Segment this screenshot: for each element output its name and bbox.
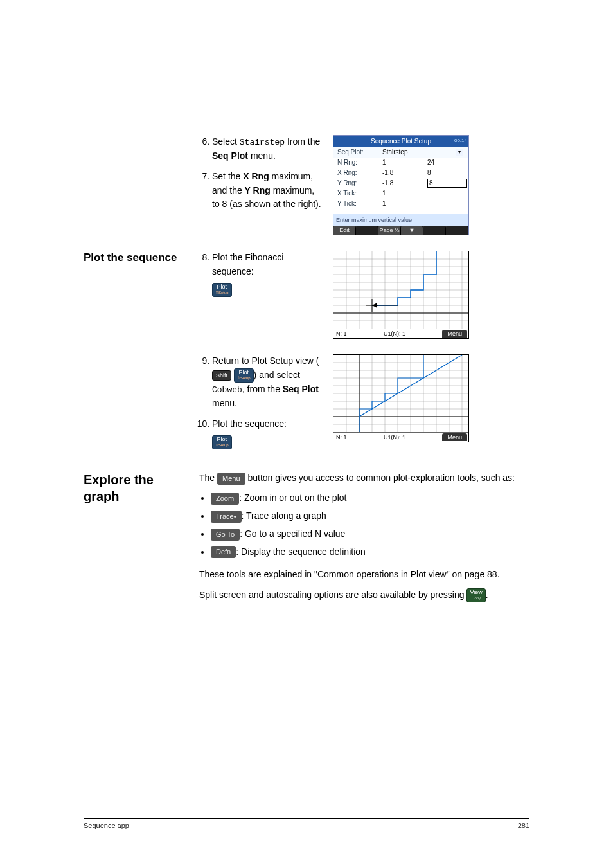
plot-key-sub-2: ⇧Setup <box>237 375 251 381</box>
footer-app: Sequence app <box>84 822 129 829</box>
step9-mid2: , from the <box>242 384 283 394</box>
svg-marker-23 <box>372 303 377 308</box>
plot-key-icon-3: Plot ⇧Setup <box>212 435 232 449</box>
stairstep-plot: N: 1 U1(N): 1 Menu <box>321 251 529 339</box>
view-key-icon: ViewCopy <box>466 588 485 602</box>
plot-key-icon-2: Plot⇧Setup <box>234 368 254 383</box>
ytick-label: Y Tick: <box>337 199 382 208</box>
side-plot-sequence: Plot the sequence <box>84 251 199 265</box>
soft-empty2 <box>423 226 446 235</box>
soft-arrow[interactable]: ▼ <box>401 226 423 235</box>
plot-setup-title-text: Sequence Plot Setup <box>371 138 431 145</box>
tool-defn: Defn: Display the sequence definition <box>211 545 529 559</box>
trace-desc: : Trace along a graph <box>242 511 326 521</box>
step7-b2: Y Rng <box>245 185 271 195</box>
plot-key-top: Plot <box>217 284 227 290</box>
yrng-v1: -1.8 <box>382 179 427 188</box>
zoom-desc: : Zoom in or out on the plot <box>239 493 346 503</box>
cobweb-svg <box>333 355 468 432</box>
ytick-v: 1 <box>382 199 427 208</box>
tool-list: Zoom: Zoom in or out on the plot Trace•:… <box>211 491 529 559</box>
goto-button-icon: Go To <box>211 529 240 541</box>
step-8: Plot the Fibonacci sequence: Plot ⇧Setup <box>212 251 321 297</box>
cobweb-menu[interactable]: Menu <box>442 433 467 441</box>
seqplot-value: Stairstep <box>382 148 427 157</box>
view-key-sub: Copy <box>472 595 481 601</box>
row-xtick: X Tick: 1 <box>333 188 468 199</box>
view-key-top: View <box>470 590 482 595</box>
step6-mid: from the <box>285 136 320 147</box>
stairstep-status: N: 1 U1(N): 1 Menu <box>333 329 468 338</box>
soft-empty3 <box>446 226 468 235</box>
step6-bold: Seq Plot <box>212 150 248 161</box>
step-6: Select Stairstep from the Seq Plot menu. <box>212 135 321 163</box>
yrng-max-input[interactable]: 8 <box>427 179 467 188</box>
row-nrng: N Rng: 1 24 <box>333 158 468 168</box>
step-10: Plot the sequence: Plot ⇧Setup <box>212 417 321 449</box>
step9-bold: Seq Plot <box>283 384 319 394</box>
defn-desc: : Display the sequence definition <box>236 547 366 557</box>
cobweb-n: N: 1 <box>333 434 347 440</box>
shift-key-icon: Shift <box>212 370 231 381</box>
step8-text: Plot the Fibonacci sequence: <box>212 252 283 276</box>
dropdown-icon[interactable]: ▾ <box>456 149 463 156</box>
explore-intro: The Menu button gives you access to comm… <box>199 471 529 485</box>
plot-key-sub: ⇧Setup <box>215 290 229 296</box>
menu-button-icon: Menu <box>217 473 245 485</box>
prompt-text: Enter maximum vertical value <box>333 214 468 226</box>
xrng-v1: -1.8 <box>382 168 427 177</box>
step6-tail: menu. <box>248 150 276 161</box>
step9-code: Cobweb <box>212 385 242 395</box>
soft-edit[interactable]: Edit <box>333 226 356 235</box>
tool-trace: Trace•: Trace along a graph <box>211 509 529 523</box>
stairstep-plotbox: N: 1 U1(N): 1 Menu <box>333 251 469 339</box>
tool-goto: Go To: Go to a specified N value <box>211 527 529 541</box>
cobweb-plotbox: N: 1 U1(N): 1 Menu <box>333 354 469 442</box>
stairstep-n: N: 1 <box>333 330 347 337</box>
stairstep-svg <box>333 251 468 329</box>
text-step8: Plot the Fibonacci sequence: Plot ⇧Setup <box>199 251 321 303</box>
explore-para2: Split screen and autoscaling options are… <box>199 588 529 602</box>
cobweb-status: N: 1 U1(N): 1 Menu <box>333 432 468 442</box>
plot-setup-screenshot: Sequence Plot Setup 06:14 Seq Plot: Stai… <box>321 135 529 235</box>
page-footer: Sequence app 281 <box>84 818 529 829</box>
yrng-label: Y Rng: <box>337 179 382 188</box>
cobweb-plot: N: 1 U1(N): 1 Menu <box>321 354 529 442</box>
row-ytick: Y Tick: 1 <box>333 199 468 209</box>
step9-tail: menu. <box>212 398 237 408</box>
soft-empty <box>356 226 378 235</box>
explore-rest: button gives you access to common plot-e… <box>245 473 515 483</box>
explore-para1: These tools are explained in "Common ope… <box>199 568 529 582</box>
page: Select Stairstep from the Seq Plot menu.… <box>0 0 613 868</box>
plot-key-icon: Plot ⇧Setup <box>212 283 232 297</box>
step9-lead: Return to Plot Setup view ( <box>212 356 319 366</box>
nrng-v1: 1 <box>382 158 427 167</box>
soft-page[interactable]: Page ½ <box>378 226 401 235</box>
text-steps6-7: Select Stairstep from the Seq Plot menu.… <box>199 135 321 218</box>
softkey-bar: Edit Page ½ ▼ <box>333 226 468 235</box>
xtick-label: X Tick: <box>337 189 382 198</box>
para2-tail: . <box>486 590 488 600</box>
step-9: Return to Plot Setup view (Shift Plot⇧Se… <box>212 354 321 411</box>
para2-lead: Split screen and autoscaling options are… <box>199 590 466 600</box>
trace-button-icon: Trace• <box>211 511 242 523</box>
stairstep-u: U1(N): 1 <box>347 330 443 337</box>
tool-zoom: Zoom: Zoom in or out on the plot <box>211 491 529 505</box>
xrng-label: X Rng: <box>337 168 382 177</box>
nrng-label: N Rng: <box>337 158 382 167</box>
plot-key-top-3: Plot <box>217 437 227 442</box>
seqplot-label: Seq Plot: <box>337 148 382 157</box>
plot-key-top-2: Plot <box>238 370 249 375</box>
step7-b1: X Rng <box>243 171 269 181</box>
nrng-v2: 24 <box>427 158 465 167</box>
explore-content: The Menu button gives you access to comm… <box>199 471 529 609</box>
step6-lead: Select <box>212 136 240 147</box>
goto-desc: : Go to a specified N value <box>240 529 345 539</box>
plot-key-sub-3: ⇧Setup <box>215 442 229 448</box>
xrng-v2: 8 <box>427 168 465 177</box>
stairstep-menu[interactable]: Menu <box>442 330 467 338</box>
text-step9-10: Return to Plot Setup view (Shift Plot⇧Se… <box>199 354 321 456</box>
block-step8: Plot the sequence Plot the Fibonacci seq… <box>84 251 529 339</box>
explore-lead: The <box>199 473 217 483</box>
row-xrng: X Rng: -1.8 8 <box>333 168 468 178</box>
